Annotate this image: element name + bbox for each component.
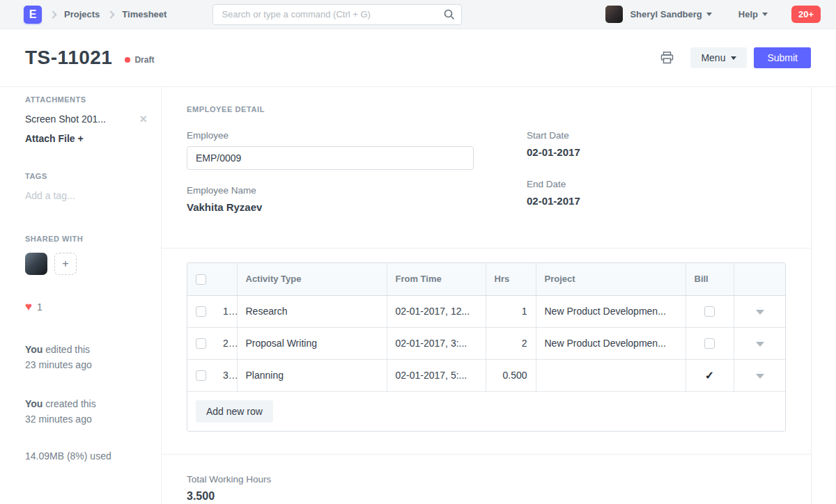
row-expand-icon[interactable] bbox=[756, 374, 764, 379]
column-header-activity-type[interactable]: Activity Type bbox=[237, 263, 387, 295]
header-actions: Menu Submit bbox=[660, 47, 811, 68]
cell-project[interactable]: New Product Developmen... bbox=[536, 327, 686, 359]
shared-with-heading: SHARED WITH bbox=[25, 235, 147, 243]
row-expand-icon[interactable] bbox=[756, 342, 764, 347]
help-menu[interactable]: Help bbox=[738, 9, 758, 19]
table-row[interactable]: 3 Planning 02-01-2017, 5:... 0.500 ✓ bbox=[187, 359, 786, 391]
remove-attachment-icon[interactable]: × bbox=[139, 115, 147, 123]
like-count: 1 bbox=[37, 301, 42, 313]
activity-time: 23 minutes ago bbox=[25, 359, 92, 370]
add-share-button[interactable]: + bbox=[54, 253, 77, 275]
employee-name-value: Vakhita Ryzaev bbox=[187, 201, 474, 213]
cell-activity-type[interactable]: Proposal Writing bbox=[237, 327, 387, 359]
page-header: TS-11021 Draft Menu Submit bbox=[0, 29, 836, 87]
row-checkbox[interactable] bbox=[196, 306, 206, 317]
cell-from-time[interactable]: 02-01-2017, 5:... bbox=[387, 359, 486, 391]
employee-detail-section: EMPLOYEE DETAIL Employee Employee Name V… bbox=[162, 87, 811, 248]
right-column: Start Date 02-01-2017 End Date 02-01-201… bbox=[527, 130, 786, 228]
activity-actor: You bbox=[25, 398, 42, 409]
time-log-table: Activity Type From Time Hrs Project Bill… bbox=[187, 262, 786, 432]
status-label: Draft bbox=[134, 55, 154, 65]
activity-action: edited this bbox=[42, 344, 90, 355]
status-badge: Draft bbox=[125, 55, 154, 65]
table-row[interactable]: 2 Proposal Writing 02-01-2017, 3:... 2 N… bbox=[187, 327, 786, 359]
row-checkbox[interactable] bbox=[196, 338, 206, 349]
body: ATTACHMENTS Screen Shot 201... × Attach … bbox=[0, 87, 836, 504]
activity-created: You created this 32 minutes ago bbox=[25, 396, 147, 427]
chevron-down-icon bbox=[731, 56, 736, 60]
bill-checkbox[interactable] bbox=[704, 338, 715, 349]
cell-project[interactable] bbox=[536, 359, 686, 391]
user-avatar[interactable] bbox=[605, 6, 623, 23]
print-button[interactable] bbox=[660, 52, 674, 64]
table-footer: Add new row bbox=[187, 392, 785, 431]
navbar-right: Sheryl Sandberg Help 20+ bbox=[605, 6, 821, 23]
heart-icon[interactable]: ♥ bbox=[25, 300, 32, 314]
row-index: 1 bbox=[215, 295, 237, 327]
cell-hrs[interactable]: 2 bbox=[486, 327, 536, 359]
end-date-label: End Date bbox=[527, 179, 786, 189]
cell-from-time[interactable]: 02-01-2017, 12... bbox=[387, 295, 486, 327]
like-row: ♥ 1 bbox=[25, 300, 147, 314]
shared-user-avatar[interactable] bbox=[25, 253, 47, 275]
employee-name-label: Employee Name bbox=[187, 185, 474, 196]
menu-button-label: Menu bbox=[701, 52, 725, 63]
total-working-hours-value: 3.500 bbox=[187, 490, 786, 503]
page-title: TS-11021 bbox=[25, 47, 112, 69]
breadcrumb-projects[interactable]: Projects bbox=[64, 9, 100, 19]
attachments-heading: ATTACHMENTS bbox=[25, 95, 147, 104]
top-navbar: E Projects Timesheet Sheryl Sandberg Hel… bbox=[0, 0, 836, 29]
row-expand-icon[interactable] bbox=[756, 310, 764, 315]
start-date-value: 02-01-2017 bbox=[527, 146, 786, 158]
end-date-field: End Date 02-01-2017 bbox=[527, 179, 786, 207]
time-log-section: Activity Type From Time Hrs Project Bill… bbox=[162, 248, 811, 454]
activity-edited: You edited this 23 minutes ago bbox=[25, 342, 147, 372]
employee-name-field: Employee Name Vakhita Ryzaev bbox=[187, 185, 474, 213]
section-heading: EMPLOYEE DETAIL bbox=[187, 105, 786, 113]
column-header-project[interactable]: Project bbox=[536, 263, 686, 295]
bill-checked-icon[interactable]: ✓ bbox=[705, 370, 714, 381]
attach-file-button[interactable]: Attach File + bbox=[25, 133, 147, 144]
cell-project[interactable]: New Product Developmen... bbox=[536, 295, 686, 327]
left-column: Employee Employee Name Vakhita Ryzaev bbox=[187, 130, 474, 228]
attachment-item: Screen Shot 201... × bbox=[25, 113, 147, 125]
breadcrumb-chevron-icon bbox=[107, 10, 115, 18]
tags-heading: TAGS bbox=[25, 172, 147, 180]
cell-activity-type[interactable]: Research bbox=[237, 295, 387, 327]
add-new-row-button[interactable]: Add new row bbox=[196, 400, 273, 423]
search-input[interactable] bbox=[212, 4, 462, 25]
start-date-label: Start Date bbox=[527, 130, 786, 141]
app-logo[interactable]: E bbox=[24, 6, 42, 24]
start-date-field: Start Date 02-01-2017 bbox=[527, 130, 786, 158]
attachment-link[interactable]: Screen Shot 201... bbox=[25, 113, 106, 125]
chevron-down-icon bbox=[762, 13, 768, 16]
menu-button[interactable]: Menu bbox=[690, 47, 747, 68]
breadcrumb-timesheet[interactable]: Timesheet bbox=[122, 9, 167, 19]
column-header-actions bbox=[734, 263, 786, 295]
select-all-checkbox[interactable] bbox=[196, 274, 206, 285]
index-column-header bbox=[215, 263, 237, 295]
cell-from-time[interactable]: 02-01-2017, 3:... bbox=[387, 327, 486, 359]
bill-checkbox[interactable] bbox=[704, 306, 715, 317]
row-checkbox[interactable] bbox=[196, 370, 206, 381]
add-tag-input[interactable]: Add a tag... bbox=[25, 190, 147, 201]
cell-hrs[interactable]: 1 bbox=[486, 295, 536, 327]
activity-time: 32 minutes ago bbox=[25, 414, 92, 425]
status-dot-icon bbox=[125, 57, 130, 63]
total-working-hours-label: Total Working Hours bbox=[187, 474, 786, 485]
table-header-row: Activity Type From Time Hrs Project Bill bbox=[187, 263, 786, 295]
notifications-badge[interactable]: 20+ bbox=[791, 6, 821, 23]
table-row[interactable]: 1 Research 02-01-2017, 12... 1 New Produ… bbox=[187, 295, 786, 327]
search-icon bbox=[444, 9, 455, 22]
column-header-bill[interactable]: Bill bbox=[686, 263, 734, 295]
cell-activity-type[interactable]: Planning bbox=[237, 359, 387, 391]
row-index: 3 bbox=[215, 359, 237, 391]
employee-input[interactable] bbox=[187, 146, 474, 170]
main-content: EMPLOYEE DETAIL Employee Employee Name V… bbox=[162, 87, 812, 504]
column-header-hrs[interactable]: Hrs bbox=[486, 263, 536, 295]
submit-button[interactable]: Submit bbox=[754, 47, 811, 68]
employee-field: Employee bbox=[187, 130, 474, 170]
column-header-from-time[interactable]: From Time bbox=[387, 263, 486, 295]
user-menu[interactable]: Sheryl Sandberg bbox=[630, 9, 702, 19]
cell-hrs[interactable]: 0.500 bbox=[486, 359, 536, 391]
